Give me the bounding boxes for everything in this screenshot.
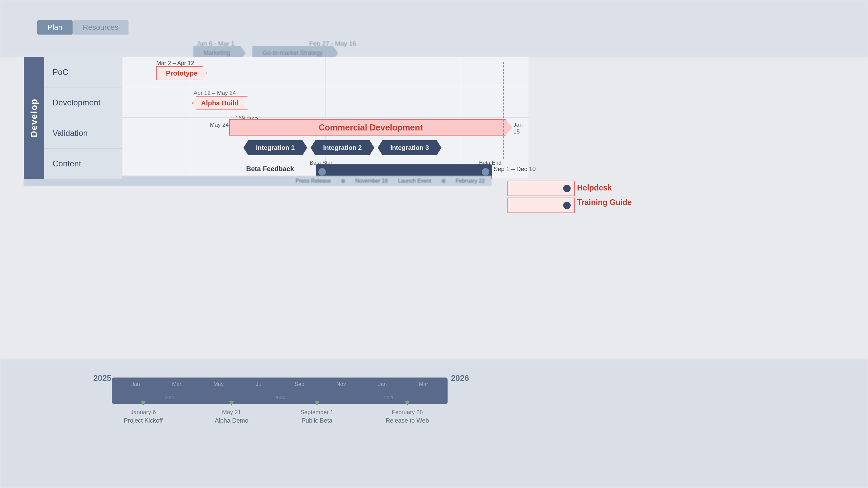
task-alpha-build[interactable]: Alpha Build bbox=[192, 96, 248, 110]
task-integration1[interactable]: Integration 1 bbox=[243, 140, 307, 155]
milestone-arrow-4: ▼ bbox=[403, 398, 411, 408]
milestone-date-3: September 1 bbox=[300, 409, 333, 416]
row-div-1 bbox=[122, 87, 529, 87]
milestone-name-1: Project Kickoff bbox=[124, 417, 163, 424]
task-integration2[interactable]: Integration 2 bbox=[311, 140, 374, 155]
status-press-release: Press Release bbox=[296, 178, 331, 184]
milestone-name-3: Public Beta bbox=[301, 417, 332, 424]
status-dot-2 bbox=[441, 179, 446, 183]
training-dot bbox=[563, 202, 571, 209]
sidebar-develop-label: Develop bbox=[29, 98, 39, 137]
milestones-area: ▼ January 6 Project Kickoff ▼ May 21 Alp… bbox=[124, 398, 429, 424]
milestone-date-4: February 28 bbox=[392, 409, 423, 416]
month-mar2: Mar bbox=[419, 381, 428, 387]
row-div-2 bbox=[122, 117, 529, 118]
month-jul: Jul bbox=[256, 381, 262, 387]
tab-plan[interactable]: Plan bbox=[37, 20, 73, 35]
sidebar-cat-poc: PoC bbox=[44, 57, 122, 87]
beta-date-range: Sep 1 – Dec 10 bbox=[494, 166, 536, 173]
gantt-sidebar: Develop PoC Development Validation Conte… bbox=[24, 57, 122, 179]
tab-resources[interactable]: Resources bbox=[73, 20, 129, 35]
status-dot-1 bbox=[341, 179, 345, 183]
task-prototype[interactable]: Prototype bbox=[156, 66, 207, 80]
helpdesk-label: Helpdesk bbox=[577, 183, 612, 192]
task-helpdesk[interactable] bbox=[507, 181, 575, 196]
task-integration3[interactable]: Integration 3 bbox=[378, 140, 441, 155]
sidebar-cat-validation: Validation bbox=[44, 118, 122, 149]
sidebar-cat-development: Development bbox=[44, 87, 122, 118]
month-nov: Nov bbox=[336, 381, 346, 387]
row-div-3 bbox=[122, 158, 529, 158]
top-overlay bbox=[0, 0, 868, 57]
milestone-date-1: January 6 bbox=[131, 409, 156, 416]
grid-col-5 bbox=[461, 57, 461, 179]
status-nov: November 16 bbox=[355, 178, 388, 184]
year-right: 2026 bbox=[451, 373, 469, 383]
beta-dot-end bbox=[482, 168, 489, 176]
milestone-date-2: May 21 bbox=[222, 409, 241, 416]
milestone-name-2: Alpha Demo bbox=[215, 417, 248, 424]
month-sep: Sep bbox=[295, 381, 304, 387]
status-feb: February 22 bbox=[456, 178, 485, 184]
milestone-arrow-1: ▼ bbox=[139, 398, 147, 408]
sidebar-develop: Develop bbox=[24, 57, 44, 179]
beta-dot-start bbox=[318, 168, 326, 176]
milestone-arrow-2: ▼ bbox=[228, 398, 236, 408]
status-launch: Launch Event bbox=[398, 178, 431, 184]
comm-start-date: May 24 bbox=[210, 122, 229, 128]
milestone-arrow-3: ▼ bbox=[313, 398, 321, 408]
grid-col-4 bbox=[393, 57, 393, 179]
month-jan: Jan bbox=[131, 381, 140, 387]
milestone-alpha: ▼ May 21 Alpha Demo bbox=[215, 398, 248, 424]
milestone-kickoff: ▼ January 6 Project Kickoff bbox=[124, 398, 163, 424]
milestone-release: ▼ February 28 Release to Web bbox=[386, 398, 429, 424]
task-training-guide[interactable] bbox=[507, 198, 575, 213]
comm-end-date: Jan 15 bbox=[513, 122, 529, 135]
month-jan2: Jan bbox=[378, 381, 387, 387]
alpha-date-label: Apr 12 – May 24 bbox=[194, 90, 236, 97]
top-nav-area: Plan Resources bbox=[37, 20, 129, 35]
training-guide-label: Training Guide bbox=[577, 198, 632, 207]
task-commercial-dev-label: Commercial Development bbox=[319, 123, 423, 133]
prototype-date-label: Mar 2 – Apr 12 bbox=[156, 60, 194, 67]
task-commercial-dev[interactable]: Commercial Development bbox=[229, 119, 512, 136]
month-may: May bbox=[213, 381, 223, 387]
helpdesk-dot bbox=[563, 185, 571, 192]
gantt-chart-area: Mar 2 – Apr 12 Prototype Apr 12 – May 24… bbox=[122, 57, 529, 179]
year-left: 2025 bbox=[93, 373, 111, 383]
milestone-beta: ▼ September 1 Public Beta bbox=[300, 398, 333, 424]
month-mar: Mar bbox=[172, 381, 181, 387]
beta-feedback-label: Beta Feedback bbox=[246, 165, 294, 173]
milestone-name-4: Release to Web bbox=[386, 417, 429, 424]
sidebar-categories: PoC Development Validation Content bbox=[44, 57, 122, 179]
sidebar-cat-content: Content bbox=[44, 149, 122, 179]
dashed-line-vertical bbox=[503, 62, 504, 159]
